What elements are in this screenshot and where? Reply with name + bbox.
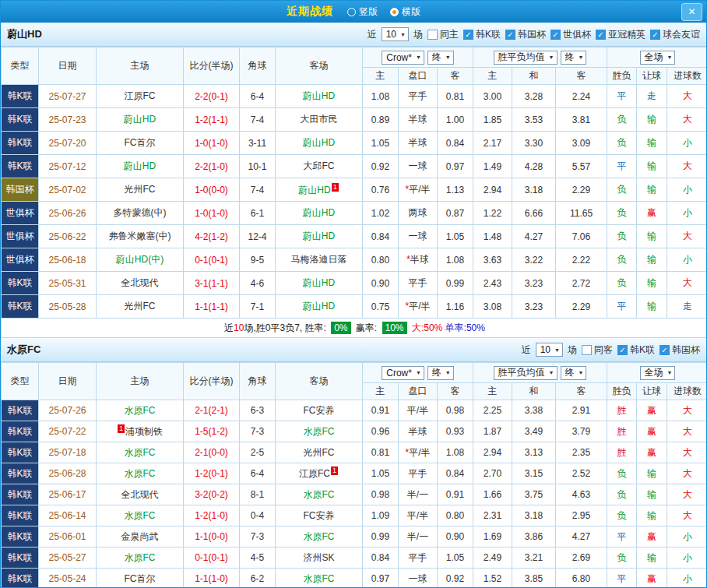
match-type: 韩K联 [2,155,39,178]
home-team: 1浦项制铁 [117,426,163,437]
bookmaker-select[interactable]: Crow*▼ [382,366,424,380]
stage-select[interactable]: 终▼ [427,366,454,380]
score-link[interactable]: 3-2(0-2) [195,489,228,500]
away-team-link[interactable]: FC安养 [304,405,335,416]
score-link[interactable]: 1-1(1-1) [195,301,228,312]
score-link[interactable]: 1-0(0-0) [195,185,228,195]
odds-average-select[interactable]: 胜平负均值▼ [494,366,558,380]
radio-vertical-layout[interactable]: 竖版 [347,5,378,19]
score-link[interactable]: 2-1(2-1) [195,405,228,416]
score-link[interactable]: 2-2(1-0) [195,161,228,172]
away-team-link[interactable]: 水原FC [304,426,335,437]
score-link[interactable]: 2-2(0-1) [195,91,228,102]
header-group-row: 类型日期主场比分(半场)角球客场Crow*▼终▼胜平负均值▼终▼全场▼ [2,48,707,68]
away-team-cell: 蔚山HD [276,295,363,319]
away-team-link[interactable]: FC安养 [304,510,335,521]
match-date: 25-07-27 [39,85,97,108]
away-team-link[interactable]: 水原FC [304,531,335,542]
score-link[interactable]: 1-1(1-0) [195,573,228,584]
filter-option[interactable]: ✓韩K联 [617,343,655,357]
filter-option[interactable]: 同客 [582,343,613,357]
col-header: 主 [473,383,512,400]
home-team-link[interactable]: 水原FC [125,510,156,521]
away-team-link[interactable]: 蔚山HD [303,231,335,241]
score-link[interactable]: 1-0(1-0) [195,138,228,149]
home-team-link[interactable]: 水原FC [125,468,156,479]
away-team-link[interactable]: 马梅洛迪日落 [291,254,347,265]
home-team-link[interactable]: 江原FC [125,90,156,101]
home-team-link[interactable]: 水原FC [125,552,156,563]
home-team-link[interactable]: 光州FC [125,184,156,195]
home-team-link[interactable]: 蔚山HD(中) [116,254,164,265]
filter-option[interactable]: ✓球会友谊 [650,28,700,41]
home-team-link[interactable]: 多特蒙德(中) [114,207,167,218]
stage-select[interactable]: 终▼ [561,51,587,65]
filter-option[interactable]: ✓韩国杯 [505,28,546,41]
away-team-link[interactable]: 水原FC [304,573,335,584]
away-team-link[interactable]: 蔚山HD [303,277,335,288]
page-title: 近期战绩 [287,5,333,19]
away-team-link[interactable]: 蔚山HD [303,90,335,101]
bookmaker-select[interactable]: Crow*▼ [382,51,424,65]
euro-away-odds: 2.91 [556,400,607,421]
result-goals: 大 [667,505,707,526]
home-team-link[interactable]: 全北现代 [121,277,159,288]
home-team-link[interactable]: 全北现代 [121,489,159,500]
score-link[interactable]: 0-1(0-1) [195,552,228,563]
away-team-link[interactable]: 水原FC [304,489,335,500]
close-button[interactable]: ✕ [681,3,702,21]
score-link[interactable]: 3-1(1-1) [195,278,228,289]
asia-away-odds: 0.97 [438,155,473,178]
match-row: 韩K联25-07-27江原FC2-2(0-1)6-4蔚山HD1.08平手0.81… [2,85,707,108]
away-team-link[interactable]: 江原FC [299,468,330,479]
away-team-link[interactable]: 光州FC [304,447,335,458]
away-team-link[interactable]: 蔚山HD [303,207,335,218]
home-team-link[interactable]: 光州FC [125,301,156,312]
filter-option[interactable]: ✓韩K联 [463,28,501,41]
corners: 6-1 [240,202,276,225]
away-team-link[interactable]: 大邱FC [304,160,335,171]
score-link[interactable]: 1-2(1-0) [195,510,228,521]
matches-count-select[interactable]: 10▼ [382,27,409,41]
filter-option[interactable]: ✓世俱杯 [550,28,591,41]
away-team-link[interactable]: 蔚山HD [298,185,330,195]
scope-select[interactable]: 全场▼ [640,51,676,65]
euro-draw-odds: 3.30 [512,132,556,155]
matches-count-select[interactable]: 10▼ [536,343,563,357]
home-team-link[interactable]: 水原FC [125,405,156,416]
result-handicap: 输 [637,132,667,155]
select-value: Crow* [386,52,412,63]
team-section-header: 蔚山HD近10▼场同主✓韩K联✓韩国杯✓世俱杯✓亚冠精英✓球会友谊 [1,23,706,47]
score-link[interactable]: 4-2(1-2) [195,231,228,242]
result-wdl: 负 [607,248,637,272]
away-team-link[interactable]: 济州SK [303,552,334,563]
score-link[interactable]: 1-0(1-0) [195,208,228,219]
home-team-link[interactable]: 金泉尚武 [121,531,159,542]
filter-option[interactable]: ✓韩国杯 [660,343,700,357]
score-link[interactable]: 1-2(1-1) [195,114,228,125]
score-link[interactable]: 1-1(0-0) [195,531,228,542]
home-team-link[interactable]: 蔚山HD [124,160,156,171]
stage-select[interactable]: 终▼ [561,366,587,380]
away-team-link[interactable]: 蔚山HD [303,301,335,312]
scope-select[interactable]: 全场▼ [640,366,676,380]
home-team-link[interactable]: FC首尔 [125,573,156,584]
home-team: 光州FC [125,184,156,195]
home-team-link[interactable]: 水原FC [125,447,156,458]
score-link[interactable]: 1-2(0-1) [195,468,228,479]
stage-select[interactable]: 终▼ [427,51,454,65]
score-link[interactable]: 0-1(0-1) [195,255,228,266]
home-team-link[interactable]: FC首尔 [125,137,156,148]
odds-average-select[interactable]: 胜平负均值▼ [494,51,558,65]
home-team-link[interactable]: 弗鲁米嫩塞(中) [109,231,171,241]
home-team-link[interactable]: 浦项制铁 [125,426,163,437]
radio-horizontal-layout[interactable]: 横版 [390,5,420,19]
filter-option[interactable]: ✓亚冠精英 [596,28,645,41]
match-type: 韩K联 [2,85,39,108]
filter-option[interactable]: 同主 [427,28,459,41]
home-team-link[interactable]: 蔚山HD [124,114,156,125]
score-link[interactable]: 1-5(1-2) [195,426,228,437]
away-team-link[interactable]: 蔚山HD [303,137,335,148]
away-team-link[interactable]: 大田市民 [301,114,338,125]
score-link[interactable]: 2-1(0-0) [195,447,228,458]
